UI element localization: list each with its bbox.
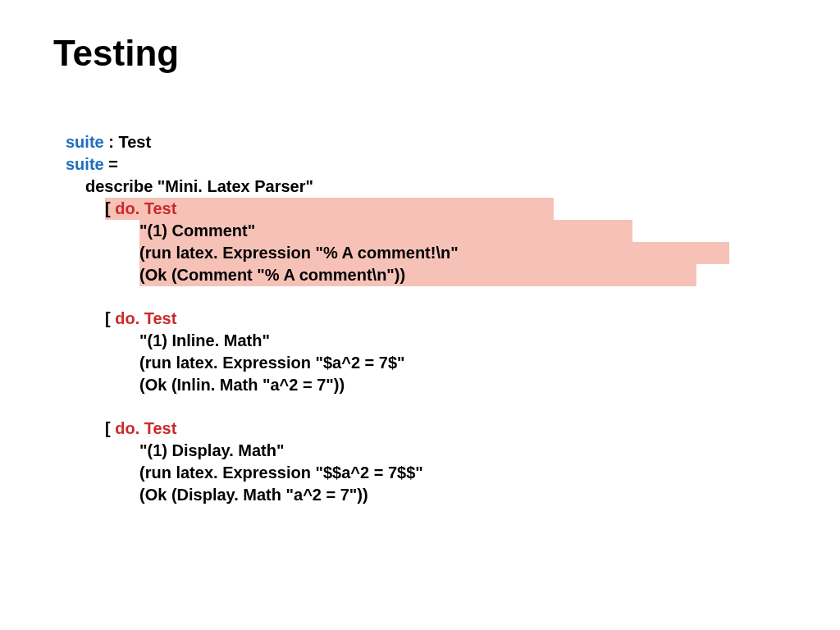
assign-rest: = bbox=[104, 155, 118, 173]
bracket-1: [ bbox=[105, 199, 115, 217]
slide: Testing suite : Test suite = describe "M… bbox=[0, 0, 840, 630]
code-block: suite : Test suite = describe "Mini. Lat… bbox=[66, 131, 729, 527]
test-block-1: [ do. Test "(1) Comment" (run latex. Exp… bbox=[66, 198, 729, 286]
slide-title: Testing bbox=[53, 33, 179, 74]
test-name-1: "(1) Comment" bbox=[139, 221, 255, 240]
test-ok-3: (Ok (Display. Math "a^2 = 7")) bbox=[139, 486, 368, 504]
bracket-2: [ bbox=[105, 309, 115, 327]
test-name-3: "(1) Display. Math" bbox=[139, 441, 284, 459]
bracket-3: [ bbox=[105, 419, 115, 437]
test-run-3: (run latex. Expression "$$a^2 = 7$$" bbox=[139, 463, 423, 482]
test-ok-2: (Ok (Inlin. Math "a^2 = 7")) bbox=[139, 376, 345, 394]
test-name-2: "(1) Inline. Math" bbox=[139, 331, 270, 349]
do-test-1: do. Test bbox=[115, 199, 176, 217]
keyword-suite-assign: suite bbox=[66, 155, 104, 173]
test-block-2: [ do. Test "(1) Inline. Math" (run latex… bbox=[66, 308, 729, 396]
do-test-3: do. Test bbox=[115, 419, 176, 437]
test-ok-1: (Ok (Comment "% A comment\n")) bbox=[139, 266, 405, 284]
describe-line: describe "Mini. Latex Parser" bbox=[85, 177, 313, 195]
test-run-2: (run latex. Expression "$a^2 = 7$" bbox=[139, 354, 405, 372]
test-block-3: [ do. Test "(1) Display. Math" (run late… bbox=[66, 418, 729, 506]
test-run-1: (run latex. Expression "% A comment!\n" bbox=[139, 244, 459, 262]
keyword-suite-sig: suite bbox=[66, 133, 104, 151]
sig-rest: : Test bbox=[104, 133, 151, 151]
do-test-2: do. Test bbox=[115, 309, 176, 327]
